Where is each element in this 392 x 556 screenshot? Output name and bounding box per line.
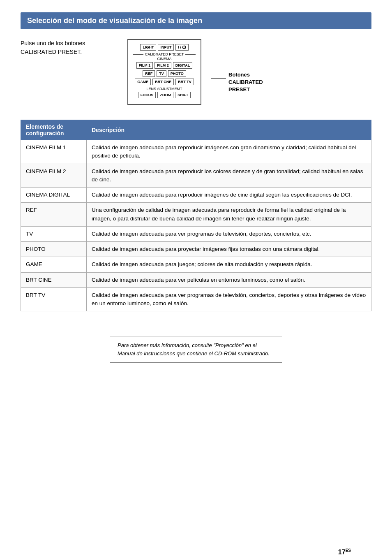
- table-row: BRT CINECalidad de imagen adecuada para …: [21, 272, 371, 287]
- digital-button[interactable]: DIGITAL: [173, 62, 192, 69]
- config-name-cell: CINEMA FILM 2: [21, 164, 87, 188]
- config-name-cell: CINEMA DIGITAL: [21, 188, 87, 203]
- col1-header: Elementos de configuración: [21, 120, 87, 140]
- config-table: Elementos de configuración Descripción C…: [21, 120, 371, 311]
- config-desc-cell: Calidad de imagen adecuada para proyecta…: [87, 242, 371, 257]
- tv-button[interactable]: TV: [157, 70, 166, 77]
- config-name-cell: BRT CINE: [21, 272, 87, 287]
- config-desc-cell: Calidad de imagen adecuada para ver pelí…: [87, 272, 371, 287]
- config-name-cell: GAME: [21, 257, 87, 272]
- config-name-cell: TV: [21, 226, 87, 241]
- remote-row-ref: REF TV PHOTO: [131, 70, 197, 77]
- film2-button[interactable]: FILM 2: [154, 62, 171, 69]
- config-desc-cell: Calidad de imagen adecuada para reproduc…: [87, 140, 371, 164]
- page-title: Selección del modo de visualización de l…: [21, 12, 371, 29]
- config-desc-cell: Calidad de imagen adecuada para ver prog…: [87, 287, 371, 311]
- config-name-cell: BRT TV: [21, 287, 87, 311]
- shift-button[interactable]: SHIFT: [175, 92, 191, 98]
- config-desc-cell: Calidad de imagen adecuada para reproduc…: [87, 164, 371, 188]
- cinema-label: CINEMA: [131, 57, 197, 61]
- table-header-row: Elementos de configuración Descripción: [21, 120, 371, 140]
- col2-header: Descripción: [87, 120, 371, 140]
- table-row: CINEMA DIGITALCalidad de imagen adecuada…: [21, 188, 371, 203]
- config-desc-cell: Calidad de imagen adecuada para ver prog…: [87, 226, 371, 241]
- config-name-cell: PHOTO: [21, 242, 87, 257]
- remote-row-film: FILM 1 FILM 2 DIGITAL: [131, 62, 197, 69]
- game-button[interactable]: GAME: [135, 79, 151, 85]
- light-button[interactable]: LIGHT: [140, 44, 156, 51]
- table-row: BRT TVCalidad de imagen adecuada para ve…: [21, 287, 371, 311]
- config-desc-cell: Calidad de imagen adecuada para juegos; …: [87, 257, 371, 272]
- remote-row-top: LIGHT INPUT I / ⏻: [131, 44, 197, 51]
- ref-button[interactable]: REF: [143, 70, 155, 77]
- remote-row-game: GAME BRT CNE BRT TV: [131, 79, 197, 85]
- photo-button[interactable]: PHOTO: [168, 70, 186, 77]
- lens-label: LENS ADJUSTMEMT: [131, 87, 197, 91]
- table-row: CINEMA FILM 2Calidad de imagen adecuada …: [21, 164, 371, 188]
- input-button[interactable]: INPUT: [158, 44, 174, 51]
- remote-diagram: LIGHT INPUT I / ⏻ CALIBRATED PRESET CINE…: [127, 39, 274, 105]
- page-wrapper: Selección del modo de visualización de l…: [21, 12, 371, 556]
- table-row: GAMECalidad de imagen adecuada para jueg…: [21, 257, 371, 272]
- brt-cne-button[interactable]: BRT CNE: [152, 79, 174, 85]
- page-number: 17ES: [338, 548, 351, 556]
- table-row: REFUna configuración de calidad de image…: [21, 203, 371, 227]
- calibrated-preset-label: CALIBRATED PRESET: [131, 52, 197, 56]
- brt-tv-button[interactable]: BRT TV: [175, 79, 194, 85]
- power-button[interactable]: I / ⏻: [175, 44, 188, 51]
- footnote-area: Para obtener más información, consulte "…: [21, 336, 371, 363]
- callout-text: Botones CALIBRATED PRESET: [228, 71, 274, 94]
- remote-row-lens: FOCUS ZOOM SHIFT: [131, 92, 197, 98]
- remote-control: LIGHT INPUT I / ⏻ CALIBRATED PRESET CINE…: [127, 39, 201, 105]
- table-row: TVCalidad de imagen adecuada para ver pr…: [21, 226, 371, 241]
- config-name-cell: REF: [21, 203, 87, 227]
- zoom-button[interactable]: ZOOM: [157, 92, 173, 98]
- table-row: CINEMA FILM 1Calidad de imagen adecuada …: [21, 140, 371, 164]
- focus-button[interactable]: FOCUS: [138, 92, 156, 98]
- footnote-box: Para obtener más información, consulte "…: [110, 336, 282, 363]
- intro-section: Pulse uno de los botones CALIBRATED PRES…: [21, 39, 371, 105]
- table-row: PHOTOCalidad de imagen adecuada para pro…: [21, 242, 371, 257]
- callout-group: Botones CALIBRATED PRESET: [211, 43, 274, 94]
- config-desc-cell: Calidad de imagen adecuada para reproduc…: [87, 188, 371, 203]
- callout-arrow-line: [211, 78, 226, 79]
- config-desc-cell: Una configuración de calidad de imagen a…: [87, 203, 371, 227]
- film1-button[interactable]: FILM 1: [136, 62, 153, 69]
- intro-text: Pulse uno de los botones CALIBRATED PRES…: [21, 39, 111, 56]
- config-name-cell: CINEMA FILM 1: [21, 140, 87, 164]
